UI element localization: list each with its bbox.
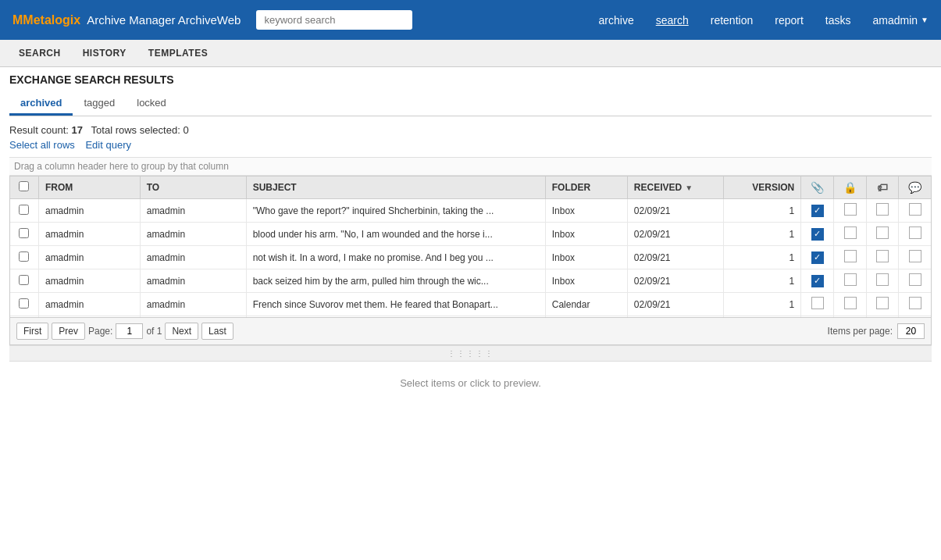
table-row[interactable]: amadminamadmin"Who gave the report?" inq… (10, 199, 931, 223)
received-sort-icon: ▼ (685, 184, 693, 192)
row-to: amadmin (140, 199, 246, 223)
row-checkbox-cell[interactable] (10, 223, 38, 246)
row-checkbox-cell[interactable] (10, 246, 38, 269)
sub-nav-search[interactable]: SEARCH (8, 40, 72, 66)
row-comment-icon (899, 199, 931, 223)
row-from: amadmin (38, 293, 140, 316)
th-lock[interactable]: 🔒 (834, 177, 867, 199)
row-checkbox[interactable] (19, 275, 29, 285)
row-received: 02/09/21 (627, 199, 724, 223)
comment-unchecked (909, 203, 921, 216)
th-to[interactable]: TO (140, 177, 246, 199)
row-comment-icon (899, 246, 931, 269)
sub-nav-templates[interactable]: TEMPLATES (137, 40, 219, 66)
next-button[interactable]: Next (165, 323, 198, 340)
th-attachment[interactable]: 📎 (801, 177, 834, 199)
prev-button[interactable]: Prev (52, 323, 85, 340)
select-all-rows-link[interactable]: Select all rows (9, 139, 75, 151)
page-number-input[interactable] (116, 323, 143, 339)
keyword-search-input[interactable] (256, 10, 412, 30)
nav-report[interactable]: report (775, 14, 804, 27)
header-search-container (256, 10, 412, 30)
table-body: amadminamadmin"Who gave the report?" inq… (10, 199, 931, 318)
total-rows-value: 0 (183, 124, 188, 136)
items-per-page-input[interactable] (897, 323, 925, 339)
th-folder[interactable]: FOLDER (545, 177, 627, 199)
table-row[interactable]: amadminamadminblood under his arm. "No, … (10, 223, 931, 246)
nav-retention[interactable]: retention (711, 14, 753, 27)
th-comment[interactable]: 💬 (899, 177, 931, 199)
row-to: amadmin (140, 223, 246, 246)
tag-unchecked (876, 203, 889, 216)
th-subject[interactable]: SUBJECT (246, 177, 545, 199)
table-row[interactable]: amadminamadminFrench since Suvorov met t… (10, 293, 931, 316)
row-checkbox[interactable] (19, 228, 29, 238)
row-subject: French since Suvorov met them. He feared… (246, 293, 545, 316)
edit-query-link[interactable]: Edit query (85, 139, 131, 151)
row-version: 1 (724, 293, 801, 316)
result-tabs: archived tagged locked (9, 92, 932, 116)
lock-header-icon: 🔒 (843, 181, 857, 194)
row-version: 1 (724, 223, 801, 246)
table-scroll-area[interactable]: FROM TO SUBJECT FOLDER RECEIVED ▼ VERSIO… (10, 177, 931, 317)
row-attachment-icon: ✓ (801, 246, 834, 269)
th-received-label: RECEIVED (634, 182, 682, 193)
row-checkbox[interactable] (19, 251, 29, 262)
nav-tasks[interactable]: tasks (825, 14, 851, 27)
attachment-header-icon: 📎 (811, 181, 824, 194)
row-received: 02/09/21 (627, 246, 724, 269)
row-checkbox[interactable] (19, 205, 29, 215)
main-nav: archive search retention report tasks am… (599, 14, 929, 27)
pagination-bar: First Prev Page: of 1 Next Last Items pe… (10, 317, 931, 344)
row-to: amadmin (140, 246, 246, 269)
select-all-checkbox[interactable] (19, 181, 29, 191)
tab-archived[interactable]: archived (9, 92, 73, 116)
row-checkbox[interactable] (19, 298, 29, 309)
th-version[interactable]: VERSION (724, 177, 801, 199)
row-checkbox-cell[interactable] (10, 199, 38, 223)
row-lock-icon (834, 199, 867, 223)
results-table-wrapper: FROM TO SUBJECT FOLDER RECEIVED ▼ VERSIO… (9, 176, 932, 345)
table-row[interactable]: amadminamadminback seized him by the arm… (10, 269, 931, 293)
nav-amadmin[interactable]: amadmin ▼ (873, 14, 929, 27)
attachment-checked: ✓ (811, 228, 824, 241)
lock-unchecked (844, 297, 857, 309)
row-to: amadmin (140, 269, 246, 293)
items-per-page-container: Items per page: (828, 323, 925, 339)
comment-unchecked (909, 226, 921, 239)
amadmin-dropdown-icon: ▼ (921, 16, 929, 24)
nav-search[interactable]: search (656, 14, 689, 27)
lock-unchecked (844, 226, 857, 239)
drag-hint: Drag a column header here to group by th… (9, 157, 932, 176)
last-button[interactable]: Last (201, 323, 233, 340)
row-checkbox-cell[interactable] (10, 293, 38, 316)
row-lock-icon (834, 223, 867, 246)
attachment-unchecked (811, 297, 824, 309)
table-row[interactable]: amadminamadminnot wish it. In a word, I … (10, 246, 931, 269)
row-checkbox-cell[interactable] (10, 269, 38, 293)
th-from[interactable]: FROM (38, 177, 140, 199)
row-tag-icon (867, 293, 899, 316)
row-folder: Inbox (545, 269, 627, 293)
row-received: 02/09/21 (627, 293, 724, 316)
row-version: 1 (724, 269, 801, 293)
lock-unchecked (844, 203, 857, 216)
row-tag-icon (867, 269, 899, 293)
th-select-all[interactable] (10, 177, 38, 199)
tag-unchecked (876, 273, 889, 286)
nav-archive[interactable]: archive (599, 14, 634, 27)
page-of-label: of 1 (146, 326, 162, 337)
resize-handle[interactable]: ⋮⋮⋮⋮⋮ (9, 345, 932, 362)
result-count-label: Result count: (9, 124, 69, 136)
sub-nav-history[interactable]: HISTORY (72, 40, 137, 66)
lock-unchecked (844, 273, 857, 286)
preview-area: Select items or click to preview. (9, 362, 932, 405)
first-button[interactable]: First (16, 323, 48, 340)
header: MMetalogix Archive Manager ArchiveWeb ar… (0, 0, 941, 40)
tab-locked[interactable]: locked (126, 92, 177, 116)
th-tag[interactable]: 🏷 (867, 177, 899, 199)
th-received[interactable]: RECEIVED ▼ (627, 177, 724, 199)
main-content: EXCHANGE SEARCH RESULTS archived tagged … (0, 67, 941, 411)
row-received: 02/09/21 (627, 223, 724, 246)
tab-tagged[interactable]: tagged (73, 92, 126, 116)
